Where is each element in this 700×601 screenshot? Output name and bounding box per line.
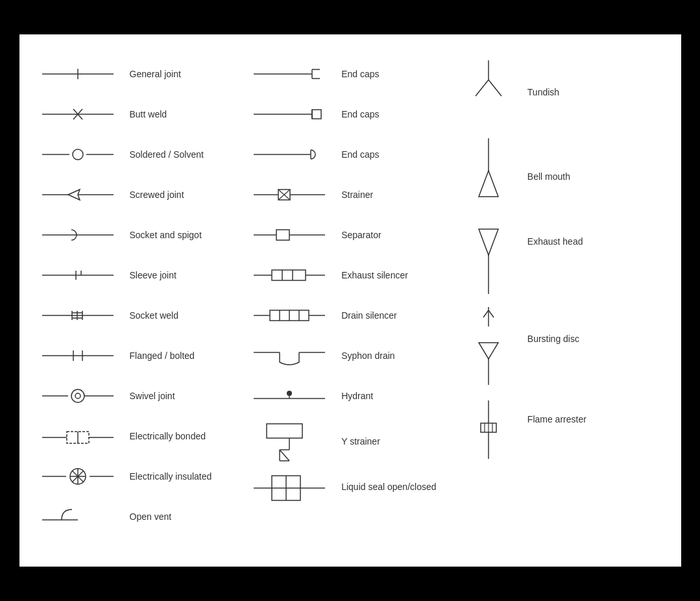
svg-point-6 — [73, 149, 83, 160]
label-exhaust-silencer: Exhaust silencer — [335, 269, 408, 281]
row-screwed-joint: Screwed joint — [32, 175, 245, 215]
row-electrically-insulated: Electrically insulated — [32, 456, 245, 497]
symbol-socket-weld — [32, 308, 123, 323]
label-end-caps-2: End caps — [335, 108, 379, 120]
row-separator: Separator — [244, 215, 456, 255]
symbol-exhaust-silencer — [244, 268, 335, 282]
row-exhaust-silencer: Exhaust silencer — [244, 255, 456, 295]
label-liquid-seal: Liquid seal open/closed — [335, 481, 436, 493]
row-sleeve-joint: Sleeve joint — [32, 255, 245, 295]
row-flanged-bolted: Flanged / bolted — [32, 336, 245, 376]
symbol-swivel-joint — [32, 389, 123, 403]
row-bell-mouth: Bell mouth — [456, 132, 668, 216]
row-flame-arrester: Flame arrester — [456, 387, 668, 472]
label-bursting-disc: Bursting disc — [521, 307, 579, 345]
row-hydrant: Hydrant — [244, 376, 456, 416]
label-hydrant: Hydrant — [335, 390, 373, 402]
svg-line-78 — [280, 450, 289, 461]
svg-rect-49 — [312, 110, 321, 119]
label-swivel-joint: Swivel joint — [123, 390, 175, 402]
symbol-strainer — [244, 188, 335, 202]
label-open-vent: Open vent — [123, 511, 172, 522]
label-flanged-bolted: Flanged / bolted — [123, 350, 195, 362]
row-liquid-seal: Liquid seal open/closed — [244, 467, 456, 508]
svg-point-29 — [75, 393, 80, 399]
label-soldered: Soldered / Solvent — [123, 149, 204, 160]
label-strainer: Strainer — [335, 189, 373, 201]
label-separator: Separator — [335, 229, 381, 241]
symbol-screwed-joint — [32, 188, 123, 202]
row-open-vent: Open vent — [32, 497, 245, 537]
label-drain-silencer: Drain silencer — [335, 310, 397, 321]
label-screwed-joint: Screwed joint — [123, 189, 184, 201]
symbol-exhaust-head — [456, 223, 521, 294]
svg-line-96 — [489, 310, 494, 317]
svg-line-89 — [489, 80, 501, 96]
symbol-bursting-disc — [456, 307, 521, 385]
symbol-sleeve-joint — [32, 268, 123, 282]
row-socket-spigot: Socket and spigot — [32, 215, 245, 255]
svg-rect-76 — [267, 424, 302, 438]
symbol-flame-arrester — [456, 400, 521, 465]
symbol-y-strainer — [244, 419, 335, 464]
symbol-liquid-seal — [244, 469, 335, 505]
svg-marker-92 — [479, 229, 498, 255]
column-3: Tundish Bell mouth Exhaust head — [456, 54, 668, 547]
label-butt-weld: Butt weld — [123, 108, 167, 120]
label-sleeve-joint: Sleeve joint — [123, 269, 176, 281]
label-end-caps-1: End caps — [335, 68, 379, 80]
row-end-caps-2: End caps — [244, 94, 456, 134]
symbol-tundish — [456, 60, 521, 125]
row-socket-weld: Socket weld — [32, 295, 245, 336]
symbol-open-vent — [32, 507, 123, 526]
row-end-caps-1: End caps — [244, 54, 456, 94]
label-electrically-insulated: Electrically insulated — [123, 471, 212, 482]
diagram-container: General joint Butt weld Soldered / S — [19, 34, 681, 567]
row-drain-silencer: Drain silencer — [244, 295, 456, 336]
label-exhaust-head: Exhaust head — [521, 223, 583, 247]
row-butt-weld: Butt weld — [32, 94, 245, 134]
label-socket-weld: Socket weld — [123, 310, 178, 321]
symbol-butt-weld — [32, 108, 123, 121]
symbol-separator — [244, 228, 335, 242]
row-soldered: Soldered / Solvent — [32, 134, 245, 175]
svg-rect-61 — [272, 270, 306, 280]
label-electrically-bonded: Electrically bonded — [123, 430, 206, 442]
symbol-end-caps-2 — [244, 108, 335, 121]
row-strainer: Strainer — [244, 175, 456, 215]
svg-point-74 — [287, 391, 292, 396]
svg-rect-58 — [276, 230, 289, 240]
symbol-syphon-drain — [244, 343, 335, 369]
row-general-joint: General joint — [32, 54, 245, 94]
column-1: General joint Butt weld Soldered / S — [32, 54, 245, 547]
label-y-strainer: Y strainer — [335, 435, 380, 447]
symbol-electrically-bonded — [32, 426, 123, 446]
symbol-drain-silencer — [244, 308, 335, 323]
row-end-caps-3: End caps — [244, 134, 456, 175]
symbol-bell-mouth — [456, 138, 521, 210]
label-socket-spigot: Socket and spigot — [123, 229, 202, 241]
svg-point-28 — [71, 389, 84, 402]
symbol-soldered — [32, 148, 123, 161]
label-flame-arrester: Flame arrester — [521, 400, 586, 425]
row-exhaust-head: Exhaust head — [456, 216, 668, 300]
row-electrically-bonded: Electrically bonded — [32, 416, 245, 456]
row-swivel-joint: Swivel joint — [32, 376, 245, 416]
row-syphon-drain: Syphon drain — [244, 336, 456, 376]
row-tundish: Tundish — [456, 54, 668, 132]
column-2: End caps End caps — [244, 54, 456, 547]
svg-marker-91 — [479, 171, 498, 197]
symbol-socket-spigot — [32, 228, 123, 242]
label-bell-mouth: Bell mouth — [521, 138, 570, 182]
row-y-strainer: Y strainer — [244, 416, 456, 467]
symbol-flanged-bolted — [32, 349, 123, 363]
label-general-joint: General joint — [123, 68, 181, 80]
row-bursting-disc: Bursting disc — [456, 300, 668, 387]
label-tundish: Tundish — [521, 60, 559, 98]
label-end-caps-3: End caps — [335, 149, 379, 160]
svg-line-88 — [476, 80, 489, 96]
symbol-end-caps-3 — [244, 148, 335, 161]
label-syphon-drain: Syphon drain — [335, 350, 395, 362]
symbol-electrically-insulated — [32, 468, 123, 485]
svg-marker-97 — [479, 343, 498, 359]
